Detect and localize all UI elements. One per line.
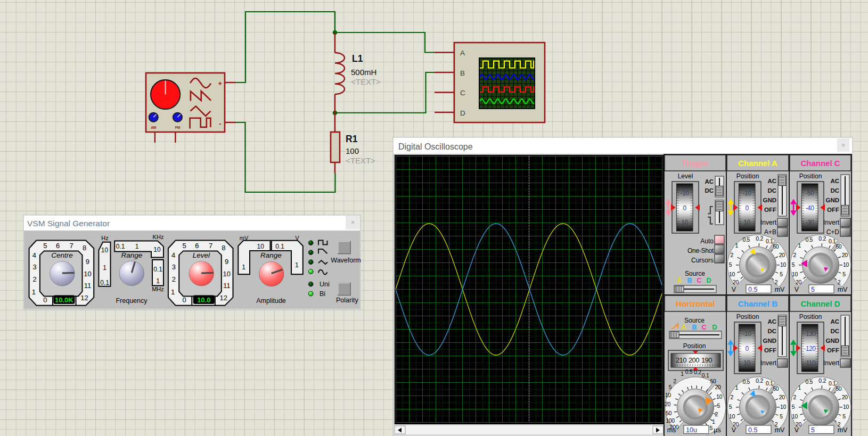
svg-text:Bi: Bi: [320, 290, 325, 298]
svg-text:1: 1: [798, 384, 801, 391]
svg-text:6: 6: [195, 242, 199, 250]
svg-text:0.1: 0.1: [153, 266, 162, 273]
svg-text:A+B: A+B: [764, 228, 776, 236]
svg-text:20: 20: [733, 279, 739, 285]
svg-text:11: 11: [223, 282, 231, 290]
svg-text:190: 190: [701, 356, 712, 364]
svg-text:OFF: OFF: [827, 207, 839, 213]
svg-text:Position: Position: [799, 172, 822, 180]
svg-text:Position: Position: [736, 172, 759, 180]
svg-text:0.5: 0.5: [805, 379, 813, 385]
svg-text:OFF: OFF: [764, 347, 776, 353]
svg-text:0: 0: [745, 345, 749, 352]
svg-text:10: 10: [681, 219, 688, 226]
svg-text:20: 20: [842, 252, 848, 258]
svg-text:0.2: 0.2: [818, 235, 826, 242]
svg-text:C: C: [701, 324, 706, 331]
svg-text:V: V: [732, 426, 736, 434]
svg-text:C: C: [697, 277, 701, 284]
svg-text:2: 2: [838, 279, 841, 285]
svg-text:MHz: MHz: [152, 286, 164, 292]
svg-text:AC: AC: [767, 178, 776, 184]
svg-text:5: 5: [811, 286, 815, 293]
svg-text:10: 10: [743, 219, 750, 226]
svg-text:V: V: [795, 426, 799, 434]
svg-text:3: 3: [32, 263, 36, 271]
svg-text:4: 4: [171, 251, 175, 259]
svg-text:0.1: 0.1: [829, 238, 836, 244]
svg-text:AM: AM: [151, 126, 156, 129]
svg-text:L1: L1: [352, 53, 363, 64]
svg-text:Invert: Invert: [823, 219, 840, 226]
svg-text:Invert: Invert: [760, 359, 777, 367]
svg-text:GND: GND: [763, 197, 776, 203]
svg-text:GND: GND: [825, 338, 839, 344]
svg-text:C: C: [460, 89, 465, 97]
svg-text:-10: -10: [743, 190, 752, 197]
svg-text:-30: -30: [806, 219, 815, 226]
svg-text:-50: -50: [806, 190, 815, 197]
svg-text:0.5: 0.5: [805, 236, 813, 243]
svg-text:V: V: [795, 286, 799, 293]
svg-text:0.5: 0.5: [748, 426, 757, 434]
svg-text:5: 5: [842, 413, 846, 419]
svg-text:5: 5: [811, 426, 815, 434]
svg-text:20: 20: [665, 401, 671, 407]
svg-text:2: 2: [172, 275, 176, 283]
svg-text:B: B: [460, 69, 465, 77]
svg-text:<TEXT>: <TEXT>: [351, 77, 381, 86]
svg-text:-10: -10: [681, 190, 690, 197]
svg-text:Channel C: Channel C: [800, 159, 840, 168]
svg-text:mV: mV: [838, 286, 848, 293]
svg-text:Frequency: Frequency: [116, 297, 148, 305]
svg-text:R1: R1: [346, 134, 358, 144]
svg-text:5: 5: [669, 384, 672, 390]
svg-text:100: 100: [346, 146, 359, 155]
svg-text:Cursors: Cursors: [691, 257, 714, 264]
svg-text:5: 5: [43, 242, 47, 250]
svg-text:Centre: Centre: [51, 251, 73, 259]
svg-text:-40: -40: [806, 204, 815, 212]
svg-text:Source: Source: [684, 317, 705, 324]
svg-text:D: D: [712, 324, 717, 331]
svg-text:2: 2: [32, 275, 36, 283]
svg-text:0.1: 0.1: [829, 380, 836, 386]
svg-text:AC: AC: [830, 178, 839, 184]
svg-text:DC: DC: [830, 187, 839, 194]
svg-text:B: B: [687, 277, 692, 284]
svg-text:20: 20: [796, 279, 802, 285]
svg-text:×: ×: [351, 218, 355, 226]
svg-text:5: 5: [717, 402, 720, 409]
svg-text:200: 200: [689, 356, 699, 364]
svg-text:DC: DC: [767, 328, 776, 334]
svg-text:-10: -10: [743, 330, 752, 338]
svg-text:Amplitude: Amplitude: [256, 297, 286, 305]
svg-text:Channel B: Channel B: [738, 299, 777, 308]
svg-text:Digital Oscilloscope: Digital Oscilloscope: [398, 142, 473, 151]
svg-text:210: 210: [676, 356, 686, 364]
svg-text:2: 2: [731, 394, 734, 400]
svg-text:Position: Position: [736, 313, 759, 320]
svg-text:6: 6: [56, 242, 60, 250]
svg-text:12: 12: [220, 294, 227, 302]
svg-text:0.2: 0.2: [756, 377, 763, 384]
svg-text:0.5: 0.5: [685, 368, 693, 375]
svg-text:10u: 10u: [686, 426, 697, 434]
svg-text:0.1: 0.1: [100, 279, 109, 286]
svg-text:<TEXT>: <TEXT>: [346, 156, 375, 165]
svg-text:-110: -110: [804, 359, 816, 367]
svg-text:7: 7: [70, 242, 73, 250]
svg-text:OFF: OFF: [764, 207, 776, 213]
svg-text:Uni: Uni: [320, 281, 330, 288]
svg-text:1: 1: [171, 288, 175, 296]
svg-text:5: 5: [792, 404, 795, 410]
svg-text:10: 10: [729, 413, 735, 419]
svg-text:5: 5: [780, 413, 783, 419]
svg-text:7: 7: [209, 242, 212, 250]
svg-text:Channel A: Channel A: [738, 159, 777, 168]
svg-text:Invert: Invert: [760, 219, 777, 226]
svg-text:8: 8: [222, 244, 225, 252]
svg-text:FM: FM: [175, 126, 180, 129]
svg-text:DC: DC: [830, 328, 839, 334]
svg-text:5: 5: [183, 242, 186, 250]
